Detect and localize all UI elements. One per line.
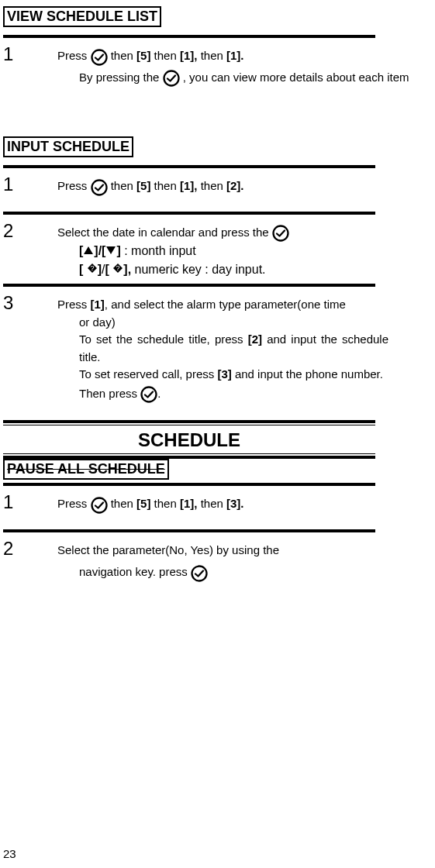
ok-circle-icon: [272, 224, 289, 242]
text: Press: [57, 179, 91, 192]
step-row: 1 Press then [5] then [1], then [3].: [3, 492, 432, 514]
triangle-down-icon: [105, 244, 116, 257]
text: then: [201, 49, 226, 62]
text: ]/[: [94, 244, 105, 257]
text: Then press: [79, 387, 140, 400]
text: : month input: [121, 244, 196, 257]
text: Select the date in calendar and press th…: [57, 226, 272, 239]
svg-text:?: ?: [116, 264, 120, 272]
step-number: 3: [3, 293, 57, 313]
key-label: [5]: [136, 49, 150, 62]
svg-point-2: [91, 180, 106, 195]
ok-circle-icon: [91, 48, 108, 66]
step-body: Press then [5] then [1], then [1]. By pr…: [57, 44, 432, 87]
key-label: [1],: [180, 179, 198, 192]
diamond-icon: ?: [112, 263, 123, 276]
text: navigation key. press: [79, 565, 188, 578]
step-row: 2 Select the date in calendar and press …: [3, 221, 432, 280]
ok-circle-icon: [191, 564, 208, 582]
key-label: [1],: [180, 49, 198, 62]
text: [: [105, 263, 113, 276]
page-number: 23: [3, 847, 16, 860]
svg-point-3: [273, 226, 288, 241]
text: or day): [57, 314, 432, 332]
text: then: [201, 497, 226, 510]
text: , you can view more details about each i…: [183, 71, 409, 84]
step-body: Press then [5] then [1], then [3].: [57, 492, 432, 514]
text: .: [157, 387, 161, 400]
text: then: [111, 497, 136, 510]
svg-point-8: [192, 566, 206, 580]
schedule-banner: SCHEDULE: [3, 420, 375, 459]
key-label: [1].: [226, 49, 244, 62]
divider: [3, 35, 375, 38]
section-header-pause-all: PAUSE ALL SCHEDULE: [3, 459, 169, 480]
text: and input the phone number.: [232, 367, 383, 381]
step-row: 1 Press then [5] then [1], then [2].: [3, 174, 432, 196]
ok-circle-icon: [140, 385, 157, 403]
text: then: [154, 497, 180, 510]
svg-point-7: [91, 498, 106, 512]
section-header-input-schedule: INPUT SCHEDULE: [3, 136, 133, 157]
triangle-up-icon: [83, 244, 94, 257]
ok-circle-icon: [163, 69, 180, 87]
divider: [3, 483, 375, 486]
divider: [3, 165, 375, 168]
key-label: [2]: [248, 332, 262, 346]
step-body: Select the parameter(No, Yes) by using t…: [57, 539, 432, 582]
section-header-view-schedule: VIEW SCHEDULE LIST: [3, 6, 161, 27]
diamond-icon: ?: [87, 263, 98, 276]
step-body: Press [1], and select the alarm type par…: [57, 293, 432, 403]
key-label: [5]: [136, 179, 150, 192]
text: Select the parameter(No, Yes) by using t…: [57, 542, 432, 560]
step-row: 2 Select the parameter(No, Yes) by using…: [3, 539, 432, 582]
text: [: [79, 263, 87, 276]
key-label: [1]: [91, 298, 105, 311]
divider: [3, 529, 375, 532]
text: Press: [57, 298, 91, 311]
text: ],: [123, 263, 131, 276]
text: then: [201, 179, 226, 192]
step-row: 1 Press then [5] then [1], then [1]. By …: [3, 44, 432, 87]
step-number: 2: [3, 539, 57, 559]
svg-point-6: [142, 388, 157, 402]
text: , and select the alarm type parameter(on…: [105, 298, 346, 311]
text: To set the schedule title, press: [79, 332, 248, 346]
key-label: [3]: [217, 367, 231, 381]
step-number: 1: [3, 174, 57, 195]
text: numeric key : day input.: [131, 263, 265, 276]
step-number: 2: [3, 221, 57, 241]
divider: [3, 284, 375, 287]
svg-point-0: [91, 50, 106, 64]
text: then: [111, 179, 136, 192]
banner-wrap: SCHEDULE: [3, 420, 375, 459]
ok-circle-icon: [91, 496, 108, 514]
step-row: 3 Press [1], and select the alarm type p…: [3, 293, 432, 403]
ok-circle-icon: [91, 178, 108, 196]
text: To set reserved call, press: [79, 367, 217, 381]
step-number: 1: [3, 44, 57, 64]
svg-text:?: ?: [90, 264, 94, 272]
text: By pressing the: [79, 71, 163, 84]
text: Press: [57, 49, 91, 62]
step-body: Press then [5] then [1], then [2].: [57, 174, 432, 196]
key-label: [3].: [226, 497, 244, 510]
key-label: [2].: [226, 179, 244, 192]
key-label: [1],: [180, 497, 198, 510]
text: then: [111, 49, 136, 62]
text: Press: [57, 497, 91, 510]
text: then: [154, 179, 180, 192]
key-label: [5]: [136, 497, 150, 510]
divider: [3, 212, 375, 215]
step-number: 1: [3, 492, 57, 512]
text: then: [154, 49, 180, 62]
step-body: Select the date in calendar and press th…: [57, 221, 432, 280]
svg-point-1: [164, 71, 178, 86]
